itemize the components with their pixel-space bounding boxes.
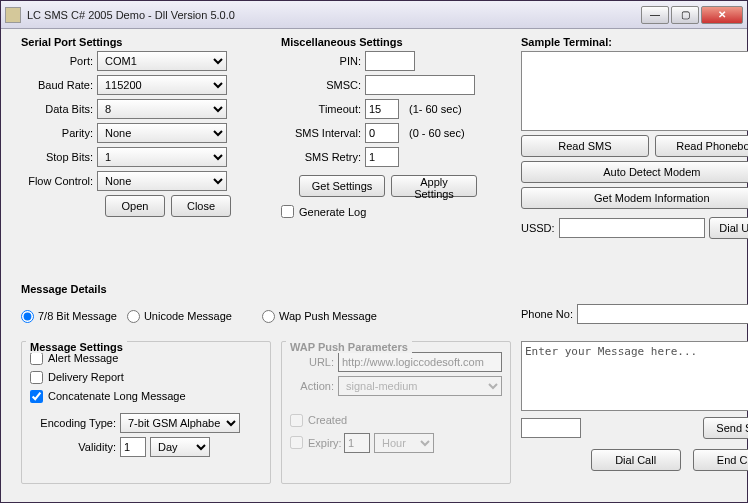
- retry-input[interactable]: [365, 147, 399, 167]
- msg-settings-legend: Message Settings: [26, 341, 127, 353]
- alert-label: Alert Message: [48, 352, 118, 364]
- message-details-group: Message Details 7/8 Bit Message Unicode …: [13, 284, 748, 493]
- dial-ussd-button[interactable]: Dial USSD: [709, 217, 748, 239]
- expiry-unit-select: Hour: [374, 433, 434, 453]
- encoding-select[interactable]: 7-bit GSM Alphabet: [120, 413, 240, 433]
- port-label: Port:: [21, 55, 93, 67]
- sample-terminal-group: Sample Terminal: ▴ ▾ Read SMS Read Phone…: [513, 37, 748, 278]
- databits-select[interactable]: 8: [97, 99, 227, 119]
- concat-label: Concatenate Long Message: [48, 390, 186, 402]
- window-title: LC SMS C# 2005 Demo - Dll Version 5.0.0: [27, 9, 641, 21]
- status-input[interactable]: [521, 418, 581, 438]
- message-settings-fieldset: Message Settings Alert Message Delivery …: [21, 341, 271, 484]
- port-select[interactable]: COM1: [97, 51, 227, 71]
- stopbits-select[interactable]: 1: [97, 147, 227, 167]
- databits-label: Data Bits:: [21, 103, 93, 115]
- created-label: Created: [308, 414, 347, 426]
- generate-log-label: Generate Log: [299, 206, 366, 218]
- timeout-label: Timeout:: [281, 103, 361, 115]
- pin-input[interactable]: [365, 51, 415, 71]
- url-input: [338, 352, 502, 372]
- get-settings-button[interactable]: Get Settings: [299, 175, 385, 197]
- delivery-label: Delivery Report: [48, 371, 124, 383]
- validity-label: Validity:: [30, 441, 116, 453]
- delivery-checkbox[interactable]: [30, 371, 43, 384]
- flow-label: Flow Control:: [21, 175, 93, 187]
- timeout-input[interactable]: [365, 99, 399, 119]
- wap-legend: WAP Push Parameters: [286, 341, 412, 353]
- flow-select[interactable]: None: [97, 171, 227, 191]
- alert-checkbox[interactable]: [30, 352, 43, 365]
- dial-call-button[interactable]: Dial Call: [591, 449, 681, 471]
- send-sms-button[interactable]: Send SMS: [703, 417, 748, 439]
- ussd-input[interactable]: [559, 218, 705, 238]
- action-select: signal-medium: [338, 376, 502, 396]
- message-textarea[interactable]: Enter your Message here...: [521, 341, 748, 411]
- baud-label: Baud Rate:: [21, 79, 93, 91]
- ussd-label: USSD:: [521, 222, 555, 234]
- terminal-legend: Sample Terminal:: [517, 36, 616, 48]
- validity-num-input[interactable]: [120, 437, 146, 457]
- interval-label: SMS Interval:: [281, 127, 361, 139]
- stopbits-label: Stop Bits:: [21, 151, 93, 163]
- radio-unicode-label: Unicode Message: [144, 310, 232, 322]
- auto-detect-modem-button[interactable]: Auto Detect Modem: [521, 161, 748, 183]
- misc-settings-group: Miscellaneous Settings PIN: SMSC: Timeou…: [273, 37, 503, 278]
- client-area: Serial Port Settings Port: COM1 Baud Rat…: [1, 29, 747, 502]
- generate-log-checkbox[interactable]: [281, 205, 294, 218]
- expiry-label: Expiry:: [308, 437, 342, 449]
- phone-input[interactable]: [577, 304, 748, 324]
- serial-legend: Serial Port Settings: [17, 36, 126, 48]
- wap-parameters-fieldset: WAP Push Parameters URL: Action: signal-…: [281, 341, 511, 484]
- read-phonebook-button[interactable]: Read Phonebook: [655, 135, 748, 157]
- timeout-hint: (1- 60 sec): [409, 103, 462, 115]
- phone-label: Phone No:: [521, 308, 573, 320]
- expiry-checkbox: [290, 436, 303, 449]
- maximize-button[interactable]: ▢: [671, 6, 699, 24]
- titlebar: LC SMS C# 2005 Demo - Dll Version 5.0.0 …: [1, 1, 747, 29]
- interval-hint: (0 - 60 sec): [409, 127, 465, 139]
- open-button[interactable]: Open: [105, 195, 165, 217]
- app-icon: [5, 7, 21, 23]
- close-button[interactable]: ✕: [701, 6, 743, 24]
- radio-78bit-label: 7/8 Bit Message: [38, 310, 117, 322]
- created-checkbox: [290, 414, 303, 427]
- radio-wap[interactable]: [262, 310, 275, 323]
- smsc-label: SMSC:: [281, 79, 361, 91]
- baud-select[interactable]: 115200: [97, 75, 227, 95]
- terminal-textarea[interactable]: [521, 51, 748, 131]
- minimize-button[interactable]: —: [641, 6, 669, 24]
- radio-wap-label: Wap Push Message: [279, 310, 377, 322]
- pin-label: PIN:: [281, 55, 361, 67]
- parity-select[interactable]: None: [97, 123, 227, 143]
- validity-unit-select[interactable]: Day: [150, 437, 210, 457]
- serial-port-settings-group: Serial Port Settings Port: COM1 Baud Rat…: [13, 37, 263, 278]
- action-label: Action:: [290, 380, 334, 392]
- radio-unicode[interactable]: [127, 310, 140, 323]
- parity-label: Parity:: [21, 127, 93, 139]
- retry-label: SMS Retry:: [281, 151, 361, 163]
- url-label: URL:: [290, 356, 334, 368]
- close-button-serial[interactable]: Close: [171, 195, 231, 217]
- apply-settings-button[interactable]: Apply Settings: [391, 175, 477, 197]
- get-modem-info-button[interactable]: Get Modem Information: [521, 187, 748, 209]
- interval-input[interactable]: [365, 123, 399, 143]
- app-window: LC SMS C# 2005 Demo - Dll Version 5.0.0 …: [0, 0, 748, 503]
- expiry-num-input: [344, 433, 370, 453]
- encoding-label: Encoding Type:: [30, 417, 116, 429]
- details-legend: Message Details: [17, 283, 111, 295]
- concat-checkbox[interactable]: [30, 390, 43, 403]
- radio-78bit[interactable]: [21, 310, 34, 323]
- smsc-input[interactable]: [365, 75, 475, 95]
- misc-legend: Miscellaneous Settings: [277, 36, 407, 48]
- end-call-button[interactable]: End Call: [693, 449, 748, 471]
- read-sms-button[interactable]: Read SMS: [521, 135, 649, 157]
